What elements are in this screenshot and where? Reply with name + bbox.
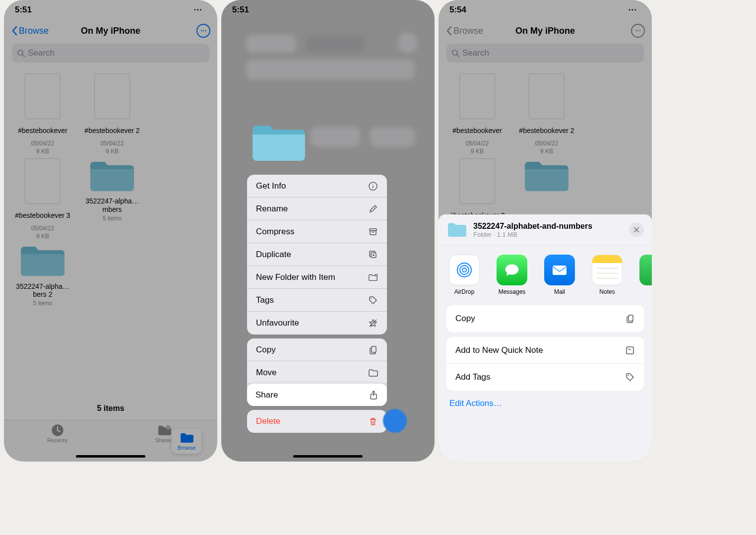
info-icon	[368, 181, 378, 191]
nav-bar: Browse On My iPhone ···	[4, 20, 217, 42]
tag-icon	[625, 372, 635, 382]
file-item[interactable]: #bestebookever 3 05/04/22 9 KB	[12, 158, 73, 240]
menu-label: Share	[255, 390, 278, 400]
folder-icon	[18, 243, 67, 279]
selected-folder-preview	[249, 119, 309, 167]
menu-compress[interactable]: Compress	[247, 220, 387, 243]
menu-tags[interactable]: Tags	[247, 289, 387, 312]
file-name: #bestebookever 3	[15, 207, 70, 224]
status-time: 5:51	[15, 5, 32, 15]
svg-point-34	[462, 268, 466, 272]
cellular-icon	[194, 5, 202, 15]
file-item[interactable]: #bestebookever 05/04/22 9 KB	[12, 73, 73, 155]
file-size: 9 KB	[106, 148, 119, 156]
messages-icon	[497, 255, 527, 285]
folder-name: 3522247-alpha…mbers	[81, 197, 143, 214]
blurred-content	[246, 35, 296, 53]
tab-recents[interactable]: Recents	[43, 424, 72, 443]
share-folder-icon	[446, 221, 467, 238]
status-bar: 5:51	[221, 0, 435, 20]
menu-label: Unfavourite	[256, 318, 299, 328]
file-thumb-icon	[25, 73, 61, 119]
share-app-airdrop[interactable]: AirDrop	[446, 255, 482, 295]
file-size: 9 KB	[36, 233, 49, 241]
menu-share[interactable]: Share	[247, 384, 387, 406]
svg-point-7	[167, 426, 169, 427]
menu-delete[interactable]: Delete	[247, 410, 387, 433]
app-label: AirDrop	[454, 288, 475, 295]
file-date: 05/04/22	[31, 140, 55, 148]
share-app-row[interactable]: AirDrop Messages Mail Notes	[439, 246, 652, 302]
svg-rect-15	[370, 231, 376, 235]
share-icon	[369, 390, 378, 400]
svg-rect-37	[553, 266, 567, 275]
svg-rect-38	[629, 315, 633, 321]
file-size: 9 KB	[36, 148, 49, 156]
file-item[interactable]: #bestebookever 2 05/04/22 9 KB	[81, 73, 143, 155]
svg-point-23	[371, 298, 372, 299]
folder-item[interactable]: 3522247-alpha…mbers 5 items	[81, 158, 143, 240]
airdrop-icon	[449, 255, 480, 285]
share-action-list: Copy	[446, 305, 644, 332]
svg-rect-25	[372, 346, 376, 352]
folder-item[interactable]: 3522247-alpha…bers 2 5 items	[12, 243, 73, 308]
file-thumb-icon	[94, 73, 130, 119]
share-sheet: 3522247-alphabet-and-numbers Folder · 1.…	[439, 214, 652, 462]
tab-label: Shared	[155, 437, 173, 443]
notes-icon	[592, 255, 623, 285]
copy-icon	[625, 314, 635, 324]
archive-icon	[368, 227, 378, 237]
share-action-add-tags[interactable]: Add Tags	[446, 364, 644, 391]
home-indicator[interactable]	[293, 455, 363, 458]
blurred-content	[246, 60, 415, 79]
back-label: Browse	[19, 26, 49, 36]
share-subtitle: Folder · 1.1 MB	[473, 231, 623, 238]
tag-icon	[368, 295, 378, 305]
menu-rename[interactable]: Rename	[247, 198, 387, 220]
menu-new-folder-with-item[interactable]: New Folder with Item	[247, 266, 387, 289]
share-app-messages[interactable]: Messages	[494, 255, 530, 295]
panel-1-files-browse: 5:51 Browse On My iPhone ··· Search #bes…	[4, 0, 217, 462]
file-date: 05/04/22	[31, 225, 55, 233]
panel-3-share-sheet: 5:54 Browse On My iPhone ··· Search #bes…	[439, 0, 652, 462]
menu-get-info[interactable]: Get Info	[247, 175, 387, 198]
pencil-icon	[368, 204, 378, 214]
svg-point-13	[373, 184, 374, 185]
app-label: Messages	[499, 288, 526, 295]
share-app-partial[interactable]	[637, 255, 652, 295]
share-app-mail[interactable]: Mail	[542, 255, 577, 295]
more-button[interactable]: ···	[196, 24, 210, 38]
tab-browse[interactable]: Browse	[172, 429, 201, 454]
share-action-copy[interactable]: Copy	[446, 305, 644, 332]
context-menu: Get Info Rename Compress Duplicate New F…	[247, 175, 387, 437]
menu-duplicate[interactable]: Duplicate	[247, 243, 387, 266]
back-button[interactable]: Browse	[11, 26, 49, 36]
home-indicator[interactable]	[76, 455, 145, 458]
menu-label: Delete	[256, 416, 280, 426]
blurred-content	[311, 127, 360, 147]
blurred-tab-indicator	[383, 409, 407, 433]
menu-label: Tags	[256, 295, 274, 305]
share-header: 3522247-alphabet-and-numbers Folder · 1.…	[439, 214, 652, 246]
svg-rect-39	[627, 347, 633, 354]
search-input[interactable]: Search	[12, 44, 209, 63]
menu-label: Move	[256, 368, 277, 378]
share-app-notes[interactable]: Notes	[589, 255, 625, 295]
close-button[interactable]	[629, 222, 644, 237]
app-icon	[639, 255, 652, 285]
svg-line-4	[22, 55, 24, 57]
file-date: 05/04/22	[101, 140, 124, 148]
close-icon	[633, 227, 639, 233]
share-action-quick-note[interactable]: Add to New Quick Note	[446, 337, 644, 364]
status-bar: 5:51	[4, 0, 217, 20]
menu-move[interactable]: Move	[247, 361, 387, 384]
quick-note-icon	[625, 345, 635, 355]
file-name: #bestebookever 2	[84, 122, 139, 139]
edit-actions-link[interactable]: Edit Actions…	[439, 391, 652, 416]
tab-label: Browse	[178, 445, 196, 451]
menu-copy[interactable]: Copy	[247, 338, 387, 361]
menu-unfavourite[interactable]: Unfavourite	[247, 312, 387, 334]
blurred-content	[306, 35, 365, 53]
menu-label: Duplicate	[256, 250, 291, 260]
share-action-list: Add to New Quick Note Add Tags	[446, 337, 644, 391]
